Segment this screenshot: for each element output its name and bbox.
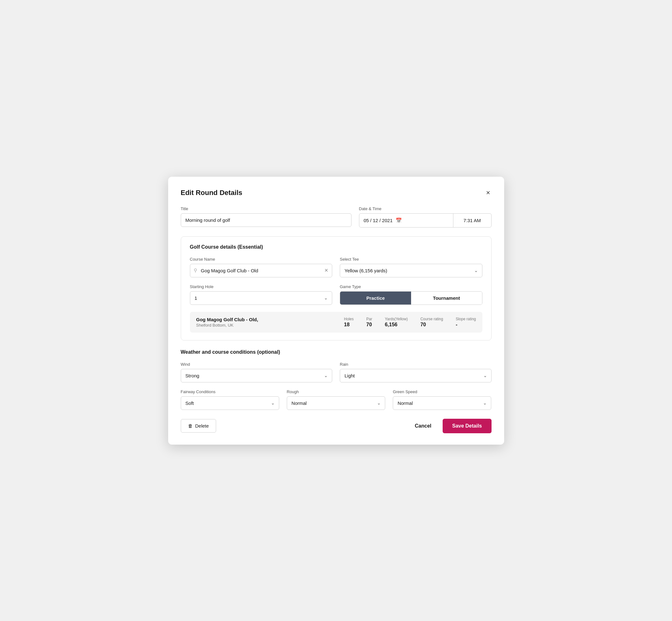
course-name-input[interactable] xyxy=(190,264,333,277)
slope-rating-value: - xyxy=(456,322,457,328)
fairway-rough-green-row: Fairway Conditions Soft Normal Hard ⌄ Ro… xyxy=(181,389,492,410)
course-name-group: Course Name ⚲ ✕ xyxy=(190,257,333,277)
top-row: Title Date & Time 05 / 12 / 2021 📅 7:31 … xyxy=(181,206,492,227)
holes-stat: Holes 18 xyxy=(344,317,354,328)
save-details-button[interactable]: Save Details xyxy=(443,419,491,433)
date-field[interactable]: 05 / 12 / 2021 📅 xyxy=(359,214,453,227)
clear-icon[interactable]: ✕ xyxy=(324,267,328,273)
course-name-label: Course Name xyxy=(190,257,333,261)
wind-rain-row: Wind None Light Moderate Strong ⌄ Rain N… xyxy=(181,362,492,382)
weather-section: Weather and course conditions (optional)… xyxy=(181,349,492,410)
course-name-search-wrapper: ⚲ ✕ xyxy=(190,264,333,277)
par-stat: Par 70 xyxy=(366,317,372,328)
course-info-name: Gog Magog Golf Club - Old, Shelford Bott… xyxy=(196,317,344,328)
delete-label: Delete xyxy=(195,423,209,428)
rough-label: Rough xyxy=(287,389,385,394)
course-rating-value: 70 xyxy=(420,322,426,328)
game-type-label: Game Type xyxy=(340,284,482,289)
fairway-wrapper: Soft Normal Hard ⌄ xyxy=(181,396,279,410)
weather-title: Weather and course conditions (optional) xyxy=(181,349,492,355)
starting-hole-wrapper: 1 2 10 ⌄ xyxy=(190,291,333,305)
time-field[interactable]: 7:31 AM xyxy=(453,214,491,227)
date-value: 05 / 12 / 2021 xyxy=(364,218,393,223)
select-tee-label: Select Tee xyxy=(340,257,482,261)
fairway-group: Fairway Conditions Soft Normal Hard ⌄ xyxy=(181,389,279,410)
search-icon: ⚲ xyxy=(194,267,197,273)
footer-right: Cancel Save Details xyxy=(410,419,492,433)
yards-label: Yards(Yellow) xyxy=(385,317,408,321)
green-speed-label: Green Speed xyxy=(393,389,491,394)
game-type-group: Game Type Practice Tournament xyxy=(340,284,482,305)
wind-group: Wind None Light Moderate Strong ⌄ xyxy=(181,362,333,382)
cancel-button[interactable]: Cancel xyxy=(410,419,436,432)
wind-label: Wind xyxy=(181,362,333,367)
tournament-button[interactable]: Tournament xyxy=(411,292,482,304)
course-name-display: Gog Magog Golf Club - Old, xyxy=(196,317,344,322)
slope-rating-label: Slope rating xyxy=(456,317,476,321)
yards-value: 6,156 xyxy=(385,322,397,328)
select-tee-dropdown[interactable]: Yellow (6,156 yards) xyxy=(340,264,482,277)
course-location-display: Shelford Bottom, UK xyxy=(196,323,344,328)
rough-group: Rough Soft Normal Hard ⌄ xyxy=(287,389,385,410)
starting-hole-dropdown[interactable]: 1 2 10 xyxy=(190,291,333,305)
golf-course-section: Golf Course details (Essential) Course N… xyxy=(181,236,492,340)
rough-dropdown[interactable]: Soft Normal Hard xyxy=(287,396,385,410)
course-rating-stat: Course rating 70 xyxy=(420,317,443,328)
modal-title: Edit Round Details xyxy=(181,189,243,197)
fairway-dropdown[interactable]: Soft Normal Hard xyxy=(181,396,279,410)
delete-button[interactable]: 🗑 Delete xyxy=(181,419,216,432)
green-speed-group: Green Speed Slow Normal Fast ⌄ xyxy=(393,389,491,410)
course-rating-label: Course rating xyxy=(420,317,443,321)
green-speed-wrapper: Slow Normal Fast ⌄ xyxy=(393,396,491,410)
trash-icon: 🗑 xyxy=(188,423,193,428)
practice-button[interactable]: Practice xyxy=(340,292,411,304)
par-label: Par xyxy=(366,317,372,321)
datetime-inputs: 05 / 12 / 2021 📅 7:31 AM xyxy=(359,213,492,227)
holes-value: 18 xyxy=(344,322,349,328)
select-tee-group: Select Tee Yellow (6,156 yards) ⌄ xyxy=(340,257,482,277)
starting-hole-label: Starting Hole xyxy=(190,284,333,289)
course-stats: Holes 18 Par 70 Yards(Yellow) 6,156 Cour… xyxy=(344,317,476,328)
datetime-field-group: Date & Time 05 / 12 / 2021 📅 7:31 AM xyxy=(359,206,492,227)
green-speed-dropdown[interactable]: Slow Normal Fast xyxy=(393,396,491,410)
course-info-row: Gog Magog Golf Club - Old, Shelford Bott… xyxy=(190,312,482,333)
starting-hole-game-type-row: Starting Hole 1 2 10 ⌄ Game Type Practic… xyxy=(190,284,482,305)
close-button[interactable]: × xyxy=(485,188,492,198)
fairway-label: Fairway Conditions xyxy=(181,389,279,394)
rain-group: Rain None Light Moderate Heavy ⌄ xyxy=(340,362,492,382)
time-value: 7:31 AM xyxy=(463,218,481,223)
wind-dropdown[interactable]: None Light Moderate Strong xyxy=(181,369,333,382)
title-input[interactable] xyxy=(181,213,351,227)
title-label: Title xyxy=(181,206,351,211)
rain-label: Rain xyxy=(340,362,492,367)
game-type-toggle: Practice Tournament xyxy=(340,291,482,305)
slope-rating-stat: Slope rating - xyxy=(456,317,476,328)
par-value: 70 xyxy=(366,322,372,328)
footer-row: 🗑 Delete Cancel Save Details xyxy=(181,419,492,433)
wind-wrapper: None Light Moderate Strong ⌄ xyxy=(181,369,333,382)
title-field-group: Title xyxy=(181,206,351,227)
rain-wrapper: None Light Moderate Heavy ⌄ xyxy=(340,369,492,382)
rough-wrapper: Soft Normal Hard ⌄ xyxy=(287,396,385,410)
rain-dropdown[interactable]: None Light Moderate Heavy xyxy=(340,369,492,382)
starting-hole-group: Starting Hole 1 2 10 ⌄ xyxy=(190,284,333,305)
modal-header: Edit Round Details × xyxy=(181,188,492,198)
select-tee-wrapper: Yellow (6,156 yards) ⌄ xyxy=(340,264,482,277)
edit-round-modal: Edit Round Details × Title Date & Time 0… xyxy=(168,177,504,445)
course-name-tee-row: Course Name ⚲ ✕ Select Tee Yellow (6,156… xyxy=(190,257,482,277)
golf-course-title: Golf Course details (Essential) xyxy=(190,244,482,250)
holes-label: Holes xyxy=(344,317,354,321)
datetime-label: Date & Time xyxy=(359,206,492,211)
yards-stat: Yards(Yellow) 6,156 xyxy=(385,317,408,328)
calendar-icon: 📅 xyxy=(395,217,402,223)
